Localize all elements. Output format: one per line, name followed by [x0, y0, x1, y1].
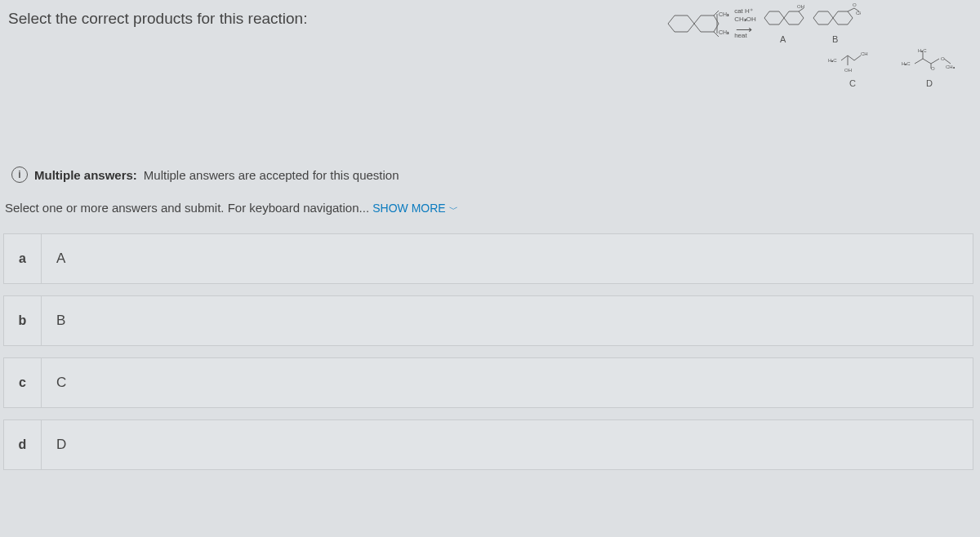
svg-line-31 [944, 59, 951, 64]
product-c-label: C [849, 78, 856, 88]
svg-text:OH: OH [844, 68, 852, 73]
product-d: H₃C H₃C O O CH₃ D [902, 47, 957, 88]
option-key-c: c [4, 358, 42, 407]
option-label-b: B [42, 313, 65, 329]
svg-text:H₃C: H₃C [902, 61, 911, 66]
show-more-link[interactable]: SHOW MORE ﹀ [372, 202, 457, 215]
ch3-label-bottom: CH₃ [719, 29, 729, 36]
option-d[interactable]: d D [3, 419, 973, 470]
svg-text:OH: OH [797, 4, 804, 9]
svg-text:CH: CH [861, 51, 868, 56]
reaction-conditions: cat H⁺ CH₃OH ⟶ heat [734, 7, 756, 40]
product-a-label: A [780, 34, 786, 44]
product-a: OH A [761, 3, 805, 44]
option-label-d: D [42, 437, 66, 453]
info-icon: i [11, 166, 28, 183]
reagent-3: heat [734, 32, 756, 40]
svg-marker-9 [813, 11, 833, 24]
svg-text:CH₃: CH₃ [856, 11, 861, 16]
svg-line-16 [841, 55, 848, 60]
svg-line-26 [923, 59, 931, 64]
option-key-b: b [4, 296, 42, 345]
starting-material: CH₃ CH₃ [663, 7, 729, 40]
svg-marker-6 [784, 11, 804, 24]
option-c[interactable]: c C [3, 357, 973, 408]
svg-text:O: O [931, 66, 935, 71]
answer-options: a A b B c C d D [0, 233, 980, 470]
svg-line-17 [848, 55, 854, 60]
svg-text:O: O [853, 3, 857, 7]
option-a[interactable]: a A [3, 233, 973, 284]
chevron-down-icon: ﹀ [449, 204, 458, 214]
svg-text:H₃C: H₃C [828, 58, 837, 63]
info-bold-text: Multiple answers: [34, 168, 137, 182]
product-d-label: D [926, 78, 933, 88]
product-b-label: B [832, 34, 838, 44]
option-key-d: d [4, 420, 42, 469]
instructions-row: Select one or more answers and submit. F… [5, 201, 980, 215]
reagent-2: CH₃OH [734, 16, 756, 24]
svg-marker-1 [694, 16, 719, 32]
reaction-diagram: CH₃ CH₃ cat H⁺ CH₃OH ⟶ heat OH A [663, 3, 973, 134]
svg-line-11 [848, 8, 854, 11]
instructions-text: Select one or more answers and submit. F… [5, 201, 372, 215]
product-b: O CH₃ B [810, 3, 861, 44]
reagent-1: cat H⁺ [734, 7, 756, 16]
svg-line-27 [931, 59, 939, 64]
option-label-c: C [42, 375, 66, 391]
ch3-label-top: CH₃ [719, 11, 729, 18]
product-c: H₃C CH OH C [828, 47, 877, 88]
info-text: Multiple answers are accepted for this q… [144, 168, 399, 182]
multiple-answers-info: i Multiple answers: Multiple answers are… [11, 166, 980, 183]
svg-text:CH₃: CH₃ [946, 64, 956, 69]
show-more-label: SHOW MORE [372, 202, 445, 215]
svg-marker-10 [833, 11, 853, 24]
svg-line-24 [915, 59, 923, 64]
svg-marker-5 [764, 11, 784, 24]
svg-marker-0 [668, 16, 694, 32]
option-label-a: A [42, 251, 65, 267]
option-key-a: a [4, 234, 42, 283]
option-b[interactable]: b B [3, 295, 973, 346]
svg-line-18 [854, 55, 861, 60]
